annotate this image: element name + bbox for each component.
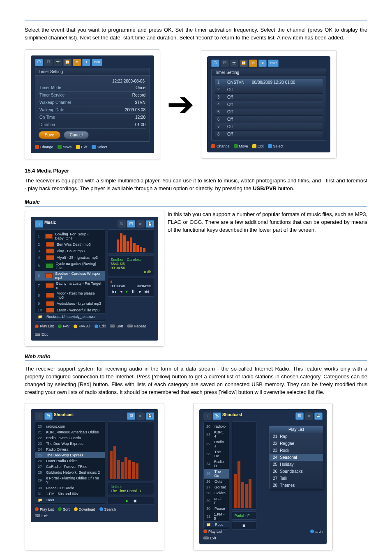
stext-trunc: KBPE 4: [214, 430, 226, 438]
snum: 26: [38, 459, 44, 463]
settings-icon: ⚙: [73, 59, 81, 66]
usb-pvr-bold: USB/PVR: [253, 185, 277, 191]
loop-icon: 🔁: [240, 60, 248, 67]
ci-text[interactable]: Rock: [280, 448, 289, 453]
hint-change: Change: [40, 145, 53, 149]
ci-text[interactable]: Rap: [280, 434, 287, 439]
media-player-heading: 15.4 Media Player: [25, 168, 367, 174]
ttext: Laron - wonderful life mp3: [57, 308, 99, 312]
star-icon: ★: [82, 59, 90, 66]
mp3-tag-icon: [46, 255, 54, 260]
ci-text[interactable]: Seasonal: [280, 455, 297, 460]
row-v: Once: [136, 85, 145, 90]
timer-rows: Timer ModeOnce Timer ServiceRecord Wakeu…: [39, 84, 146, 129]
snum: 24: [38, 447, 44, 451]
stext-trunc: Goldra: [214, 491, 226, 495]
mp3-tag-icon: [46, 308, 54, 313]
snum: 31: [206, 514, 212, 518]
btn-playlist: Play List: [40, 324, 54, 328]
play-icon[interactable]: ▶: [126, 499, 129, 503]
green-dot-icon: [234, 144, 238, 148]
ev-when: [252, 102, 320, 107]
ci-text[interactable]: Soundtracks: [280, 469, 303, 474]
wr-search: Search: [104, 507, 116, 511]
ci-text[interactable]: Reggae: [280, 441, 294, 446]
kb-icon: ⌨: [203, 536, 209, 540]
media-player-text: The receiver is equipped with a simple m…: [25, 177, 367, 193]
ci-num: 25: [273, 462, 277, 467]
ev-num: 3: [217, 95, 223, 99]
yellow-dot-icon: [252, 144, 256, 148]
vid-icon: 🎞: [127, 220, 135, 228]
tv-icon: 🖵: [211, 60, 219, 67]
snum: 20: [206, 424, 212, 428]
ev-when: [252, 95, 320, 99]
ev-state: On $TVN: [227, 80, 248, 85]
portal-label: Portal - F: [235, 514, 254, 518]
tnum: 6: [38, 274, 43, 278]
stext: The Doo-Wop Express: [46, 453, 83, 457]
snum: 21: [38, 430, 44, 434]
blue-dot-icon: [99, 507, 103, 511]
ci-num: 24: [273, 455, 277, 460]
snum: 28: [38, 470, 44, 474]
btn-favall: FAV All: [78, 324, 90, 328]
snum: 30: [206, 507, 212, 511]
total: 00:04:56: [137, 284, 151, 288]
tnum: 4: [38, 256, 44, 260]
img-icon: 🖼: [295, 412, 304, 420]
red-dot-icon: [203, 530, 207, 533]
btn-sort: Sort: [116, 324, 123, 328]
timer-title: Timer Setting: [35, 68, 150, 76]
snum: 22: [38, 436, 44, 440]
ci-text[interactable]: Talk: [280, 476, 287, 481]
now-station: The Time Portal - F: [111, 489, 151, 493]
stop-icon[interactable]: ◼: [242, 523, 245, 527]
green-dot-icon: [58, 325, 62, 328]
row-k: Wakeup Channel: [39, 100, 71, 105]
kb-icon: ⌨: [110, 324, 115, 328]
ev-when: [252, 88, 320, 92]
cancel-button[interactable]: Cancel: [64, 131, 89, 139]
yellow-dot-icon: [74, 507, 78, 511]
webradio-heading: Web radio: [25, 353, 367, 361]
btn-repeat: Repeat: [134, 324, 146, 328]
loop-icon: 🔁: [63, 59, 71, 66]
yellow-dot-icon: [76, 145, 80, 149]
row-v: $TVN: [135, 100, 145, 105]
tnum: 3: [38, 249, 44, 253]
blue-dot-icon: [268, 144, 272, 148]
router-icon: 📡: [44, 412, 53, 420]
stext: Peace Out Radio: [46, 486, 74, 490]
hint-exit: Exit: [258, 144, 264, 148]
ttext: Bowling_For_Soup - Baby_One_: [55, 232, 102, 240]
folder-icon: 📁: [206, 523, 211, 527]
station-list-bg: 20radioio 21KBPE 4 22Radio J 23The Do 24…: [203, 421, 229, 530]
green-dot-icon: [58, 145, 62, 149]
ev-state: Off: [227, 124, 248, 129]
player-controls[interactable]: ⏮ ◀ ▶ ⏸ ▶ ⏭: [111, 289, 151, 295]
music-para: In this tab you can support a number of …: [168, 211, 367, 341]
note-icon: ♪: [35, 220, 43, 228]
rule-top: [25, 20, 367, 21]
row-k: Wakeup Date: [39, 108, 64, 112]
rec-icon: ⏺: [136, 412, 145, 420]
pvr-badge: PVR: [92, 59, 102, 66]
ogg-tag-icon: [46, 263, 53, 268]
stext-trunc: Peace: [214, 507, 225, 511]
kb-icon: ⌨: [127, 324, 133, 328]
save-button[interactable]: Save: [39, 131, 60, 139]
webradio-figure-b: ♪ 📡 Shoutcast 🖼 ⏺ 💾 20radioio 21KBPE 4: [193, 403, 333, 550]
shoutcast-title: Shoutcast: [54, 412, 74, 420]
row-k: On Time: [39, 115, 55, 120]
blue-dot-icon: [92, 145, 96, 149]
ev-num: 4: [217, 102, 223, 107]
wr-exit: Exit: [42, 514, 48, 518]
ci-text[interactable]: Holiday: [280, 462, 293, 467]
root-label: Root: [215, 523, 223, 527]
ev-when: [252, 124, 320, 129]
mp-text-a: The receiver is equipped with a simple m…: [25, 177, 367, 191]
ci-text[interactable]: Themes: [280, 483, 295, 488]
ttext: Midor - Rest me please mp3: [57, 291, 103, 299]
stop-icon[interactable]: ◼: [134, 499, 136, 503]
